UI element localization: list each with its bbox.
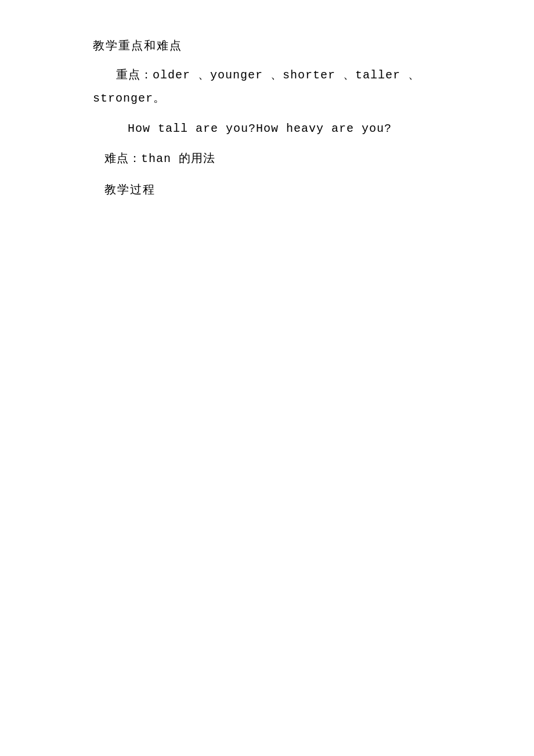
page-content: 教学重点和难点 重点：older 、younger 、shorter 、tall… — [0, 0, 534, 235]
key-points-label: 重点： — [116, 69, 153, 82]
key-points-cont: stronger。 — [93, 88, 441, 109]
difficult-line: 难点：than 的用法 — [93, 149, 441, 170]
key-points-words: older 、younger 、shorter 、taller 、 — [153, 69, 420, 82]
how-line: How tall are you?How heavy are you? — [93, 118, 441, 139]
difficult-content: than 的用法 — [141, 152, 215, 165]
process-title: 教学过程 — [93, 179, 441, 200]
difficult-label: 难点： — [104, 152, 141, 165]
section-title: 教学重点和难点 — [93, 35, 441, 56]
key-points-line: 重点：older 、younger 、shorter 、taller 、 — [93, 65, 441, 86]
